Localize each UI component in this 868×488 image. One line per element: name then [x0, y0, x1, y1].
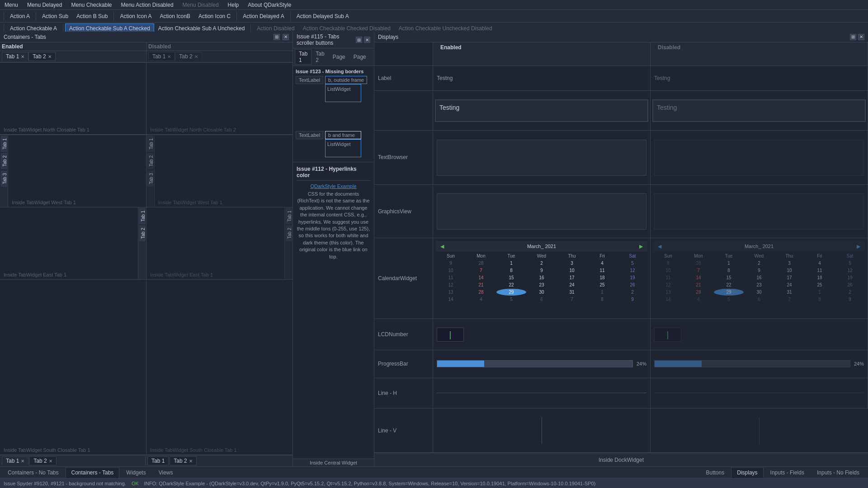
cal-day[interactable]: 1: [496, 260, 526, 267]
bottom-tab-tabs[interactable]: Containers - Tabs: [66, 467, 120, 478]
cal-day[interactable]: 11: [436, 274, 466, 281]
displays-float-btn[interactable]: ⊞: [850, 34, 856, 40]
bottom-tab-inputs-fields[interactable]: Inputs - Fields: [764, 467, 810, 478]
textbrowser-enabled-input[interactable]: [437, 140, 646, 176]
issue115-tab2[interactable]: Tab 2: [311, 49, 328, 65]
cal-day[interactable]: 2: [527, 260, 557, 267]
cal-day[interactable]: 28: [466, 289, 496, 296]
action-icon-a[interactable]: Action Icon A: [116, 11, 156, 21]
bottom-tab-no-tabs[interactable]: Containers - No Tabs: [2, 467, 65, 478]
cal-day[interactable]: 31: [557, 289, 587, 296]
action-delayed-a[interactable]: Action Delayed A: [239, 11, 288, 21]
cal-day[interactable]: 19: [618, 274, 647, 281]
cal-day[interactable]: 8: [587, 296, 617, 303]
menu-action-disabled[interactable]: Menu Action Disabled: [119, 1, 175, 9]
tab1-close[interactable]: ✕: [21, 54, 24, 59]
cal-day[interactable]: 12: [436, 282, 466, 288]
tab2-enabled[interactable]: Tab 2 ✕: [28, 52, 55, 61]
tab2-east-enabled[interactable]: Tab 2: [139, 225, 145, 241]
issue-123-list1[interactable]: ListWidget: [325, 84, 361, 102]
bottom-tab-inputs-no-fields[interactable]: Inputs - No Fields: [811, 467, 865, 478]
cal-day[interactable]: 8: [496, 267, 526, 274]
cal-day[interactable]: 9: [436, 260, 466, 267]
cal-day[interactable]: 7: [466, 267, 496, 274]
progress-enabled-fill: [437, 361, 484, 367]
cal-next-enabled[interactable]: ▶: [637, 242, 646, 251]
tab2-west-enabled[interactable]: Tab 2: [1, 153, 7, 169]
enabled-label: Enabled: [2, 43, 23, 50]
cal-day[interactable]: 25: [587, 282, 617, 288]
issue-112-link[interactable]: QDarkStyle Example: [297, 183, 370, 189]
cal-day[interactable]: 22: [496, 282, 526, 288]
cal-day[interactable]: 16: [527, 274, 557, 281]
issue115-page2[interactable]: Page: [349, 52, 370, 61]
bottom-tab-buttons[interactable]: Buttons: [700, 467, 731, 478]
cal-day[interactable]: 30: [527, 289, 557, 296]
cal-day[interactable]: 23: [527, 282, 557, 288]
issue115-float-btn[interactable]: ⊞: [356, 37, 362, 43]
cal-day[interactable]: 13: [436, 289, 466, 296]
tab1-east-enabled[interactable]: Tab 1: [139, 208, 145, 224]
panel-float-btn[interactable]: ⊞: [274, 34, 280, 40]
cal-today[interactable]: 29: [496, 289, 526, 296]
cal-prev-enabled[interactable]: ◀: [438, 242, 447, 251]
bottom-tab-displays[interactable]: Displays: [731, 467, 763, 478]
action-icon-b[interactable]: Action IconB: [156, 11, 194, 21]
panel-close-btn[interactable]: ✕: [283, 34, 289, 40]
displays-close-btn[interactable]: ✕: [858, 34, 864, 40]
cal-day[interactable]: 4: [587, 260, 617, 267]
tab1-west-enabled[interactable]: Tab 1: [1, 136, 7, 151]
bottom-tab2-right[interactable]: Tab 2 ✕: [170, 456, 196, 465]
issue-123-value2: b and frame: [325, 131, 361, 139]
graphicsview-enabled-view[interactable]: [437, 193, 646, 230]
menu-checkable[interactable]: Menu Checkable: [69, 1, 113, 9]
menu-disabled[interactable]: Menu Disabled: [181, 1, 221, 9]
issue-123-list2[interactable]: ListWidget: [325, 139, 361, 157]
bottom-tab1-left[interactable]: Tab 1 ✕: [2, 456, 28, 465]
cal-day[interactable]: 14: [466, 274, 496, 281]
cal-day[interactable]: 18: [587, 274, 617, 281]
bottom-tab-widgets[interactable]: Widgets: [120, 467, 151, 478]
bottom-tab2-left[interactable]: Tab 2 ✕: [29, 456, 56, 465]
cal-day[interactable]: 11: [587, 267, 617, 274]
cal-day[interactable]: 21: [466, 282, 496, 288]
cal-day[interactable]: 28: [466, 260, 496, 267]
cal-day[interactable]: 26: [618, 282, 647, 288]
action-a[interactable]: Action A: [6, 11, 34, 21]
tab2-close[interactable]: ✕: [48, 54, 52, 59]
cal-day[interactable]: 10: [557, 267, 587, 274]
cal-day[interactable]: 12: [618, 267, 647, 274]
cal-day[interactable]: 9: [618, 296, 647, 303]
cal-day[interactable]: 10: [436, 267, 466, 274]
cal-day[interactable]: 1: [587, 289, 617, 296]
menu-delayed[interactable]: Menu Delayed: [25, 1, 64, 9]
bottom-tab1-right[interactable]: Tab 1: [147, 456, 169, 465]
cal-day[interactable]: 5: [618, 260, 647, 267]
menu-help[interactable]: Help: [226, 1, 241, 9]
action-delayed-sub-a[interactable]: Action Delayed Sub A: [292, 11, 353, 21]
cal-day[interactable]: 5: [496, 296, 526, 303]
menu-about[interactable]: About QDarkStyle: [246, 1, 293, 9]
issue115-page1[interactable]: Page: [329, 52, 349, 61]
tab1-enabled[interactable]: Tab 1 ✕: [2, 52, 28, 61]
action-b-sub[interactable]: Action B Sub: [72, 11, 112, 21]
bottom-tab-views[interactable]: Views: [153, 467, 179, 478]
issue115-tab1[interactable]: Tab 1: [295, 49, 311, 65]
action-icon-c[interactable]: Action Icon C: [194, 11, 235, 21]
cal-day[interactable]: 14: [436, 296, 466, 303]
cal-day[interactable]: 24: [557, 282, 587, 288]
action-sub[interactable]: Action Sub: [38, 11, 72, 21]
cal-day[interactable]: 7: [557, 296, 587, 303]
tab3-west-enabled[interactable]: Tab 3: [1, 171, 7, 186]
cal-day[interactable]: 6: [527, 296, 557, 303]
cal-day[interactable]: 4: [466, 296, 496, 303]
cal-day[interactable]: 17: [557, 274, 587, 281]
cal-day[interactable]: 9: [527, 267, 557, 274]
menu-menu[interactable]: Menu: [3, 1, 20, 9]
cal-day[interactable]: 2: [618, 289, 647, 296]
issue115-close-btn[interactable]: ✕: [364, 37, 370, 43]
cal-day[interactable]: 3: [557, 260, 587, 267]
calendar-enabled[interactable]: ◀ March_ 2021 ▶ Sun Mon Tue Wed Thu Fri …: [435, 240, 648, 304]
line-h-enabled-line: [437, 386, 646, 400]
cal-day[interactable]: 15: [496, 274, 526, 281]
